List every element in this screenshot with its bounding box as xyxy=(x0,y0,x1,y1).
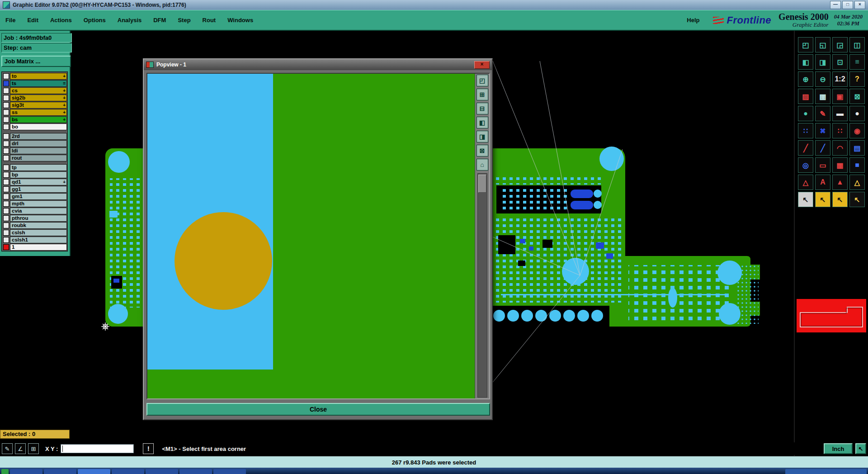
popview-area-icon[interactable]: ⊠ xyxy=(476,145,488,156)
units-button[interactable]: Inch xyxy=(824,443,853,454)
cursor-select-yellow-icon[interactable]: ↖ xyxy=(815,192,830,207)
layer-row[interactable]: tp xyxy=(2,164,67,171)
layer-row[interactable]: bo xyxy=(2,123,67,130)
close-button[interactable]: × xyxy=(854,1,865,9)
menu-item[interactable]: Options xyxy=(84,17,106,24)
menu-item[interactable]: Step xyxy=(178,17,190,24)
layer-row[interactable]: drl xyxy=(2,140,67,147)
popview-zoom-out-icon[interactable]: ⊟ xyxy=(476,103,488,114)
layer-visibility-checkbox[interactable] xyxy=(3,237,9,243)
pointer-mode-button[interactable]: ↖ xyxy=(855,443,866,454)
popview-prev-icon[interactable]: ◧ xyxy=(476,117,488,128)
maximize-button[interactable]: □ xyxy=(842,1,853,9)
overview-minimap[interactable] xyxy=(797,299,866,332)
new-window-icon[interactable]: ◰ xyxy=(798,37,813,52)
layer-visibility-checkbox[interactable] xyxy=(3,81,9,86)
job-matrix-button[interactable]: Job Matrix ... xyxy=(1,56,71,67)
menu-item[interactable]: Rout xyxy=(203,17,216,24)
popview-next-icon[interactable]: ◨ xyxy=(476,131,488,142)
layer-list-icon[interactable]: ≡ xyxy=(849,54,865,70)
layer-row[interactable]: bp xyxy=(2,171,67,178)
layer-visibility-checkbox[interactable] xyxy=(3,223,9,228)
via-icon[interactable]: ◎ xyxy=(798,157,813,173)
menu-item[interactable]: Edit xyxy=(27,17,38,24)
layer-visibility-checkbox[interactable] xyxy=(3,201,9,207)
layer-row[interactable]: ss + xyxy=(2,109,67,116)
hatch-icon[interactable]: ▦ xyxy=(832,157,848,173)
layer-visibility-checkbox[interactable] xyxy=(3,109,9,115)
cursor-select-icon[interactable]: ↖ xyxy=(798,192,813,207)
layer-row[interactable]: mpth xyxy=(2,200,67,207)
popview-titlebar[interactable]: Popview - 1 × xyxy=(144,59,492,70)
layer-row[interactable]: sig3t + xyxy=(2,101,67,109)
layer-row[interactable]: gg1 xyxy=(2,185,67,193)
draw-pen-icon[interactable]: ✎ xyxy=(815,106,830,121)
layer-row[interactable]: sig2b + xyxy=(2,94,67,101)
layer-row[interactable]: pthrou xyxy=(2,214,67,222)
solid-fill-icon[interactable]: ■ xyxy=(849,157,865,173)
blue-line-icon[interactable]: ╱ xyxy=(815,140,830,156)
grid-snap-icon[interactable]: ▦ xyxy=(815,89,830,104)
menu-item[interactable]: DFM xyxy=(153,17,166,24)
popview-close-button[interactable]: Close xyxy=(146,403,490,416)
popview-close-icon[interactable]: × xyxy=(474,61,490,69)
layer-row[interactable]: 2rd xyxy=(2,133,67,140)
layer-visibility-checkbox[interactable] xyxy=(3,148,9,154)
draw-tool-icon[interactable]: ✎ xyxy=(2,443,13,454)
layer-row[interactable]: ldi xyxy=(2,147,67,154)
taskbar-item[interactable] xyxy=(179,469,212,474)
layer-row[interactable]: cvia xyxy=(2,207,67,214)
layer-visibility-checkbox[interactable] xyxy=(3,179,9,185)
taskbar-item[interactable] xyxy=(213,469,246,474)
measure-icon[interactable]: ⊠ xyxy=(849,89,865,104)
layer-visibility-checkbox[interactable] xyxy=(3,230,9,236)
zoom-out-icon[interactable]: ⊖ xyxy=(815,71,830,87)
layer-row[interactable]: cs + xyxy=(2,87,67,94)
layer-visibility-checkbox[interactable] xyxy=(3,88,9,94)
layer-row[interactable]: cslsh1 xyxy=(2,236,67,243)
layer-visibility-checkbox[interactable] xyxy=(3,208,9,214)
layer-visibility-checkbox[interactable] xyxy=(3,102,9,108)
layer-visibility-checkbox[interactable] xyxy=(3,73,9,79)
popview-view[interactable] xyxy=(147,74,475,398)
layer-visibility-checkbox[interactable] xyxy=(3,141,9,147)
red-points-icon[interactable]: ∷ xyxy=(832,123,848,138)
xy-input[interactable] xyxy=(61,444,134,453)
screen-view-icon[interactable]: ◱ xyxy=(815,37,830,52)
menu-item[interactable]: File xyxy=(5,17,15,24)
next-view-icon[interactable]: ◨ xyxy=(815,54,830,70)
zoom-in-icon[interactable]: ⊕ xyxy=(798,71,813,87)
layer-row[interactable]: gm1 xyxy=(2,193,67,200)
layer-visibility-checkbox[interactable] xyxy=(3,215,9,221)
previous-view-icon[interactable]: ◧ xyxy=(798,54,813,70)
highlight-icon[interactable]: ▣ xyxy=(832,89,848,104)
layer-visibility-checkbox[interactable] xyxy=(3,117,9,123)
menu-item[interactable]: Windows xyxy=(227,17,253,24)
layer-row[interactable]: to + xyxy=(2,72,67,80)
popview-duplicate-icon[interactable]: ◰ xyxy=(476,75,488,86)
layer-row[interactable]: qd1 + xyxy=(2,178,67,185)
layer-visibility-checkbox[interactable] xyxy=(3,95,9,101)
layer-visibility-checkbox[interactable] xyxy=(3,155,9,161)
round-pad-icon[interactable]: ● xyxy=(798,106,813,121)
menu-item[interactable]: Analysis xyxy=(118,17,142,24)
select-points-icon[interactable]: ∷ xyxy=(798,123,813,138)
taskbar-tray[interactable] xyxy=(785,469,867,474)
alert-button[interactable]: ! xyxy=(143,443,154,454)
taskbar-item[interactable] xyxy=(44,469,76,474)
popview-home-icon[interactable]: ⌂ xyxy=(476,159,488,171)
surface-icon[interactable]: ▤ xyxy=(849,140,865,156)
red-line-icon[interactable]: ╱ xyxy=(798,140,813,156)
line-style-icon[interactable]: ▬ xyxy=(832,106,848,121)
help-pick-icon[interactable]: ? xyxy=(849,71,865,87)
layer-row[interactable]: 1 xyxy=(2,243,67,251)
zoom-window-icon[interactable]: ⊡ xyxy=(832,54,848,70)
filled-pad-icon[interactable]: ● xyxy=(849,106,865,121)
angle-tool-icon[interactable]: ∠ xyxy=(15,443,26,454)
popview-scrollbar-thumb[interactable] xyxy=(478,175,486,193)
cascade-windows-icon[interactable]: ◲ xyxy=(832,37,848,52)
red-pads-icon[interactable]: ◉ xyxy=(849,123,865,138)
layer-row[interactable]: cslsh xyxy=(2,229,67,236)
layer-visibility-checkbox[interactable] xyxy=(3,165,9,171)
popview-zoom-in-icon[interactable]: ⊞ xyxy=(476,89,488,100)
